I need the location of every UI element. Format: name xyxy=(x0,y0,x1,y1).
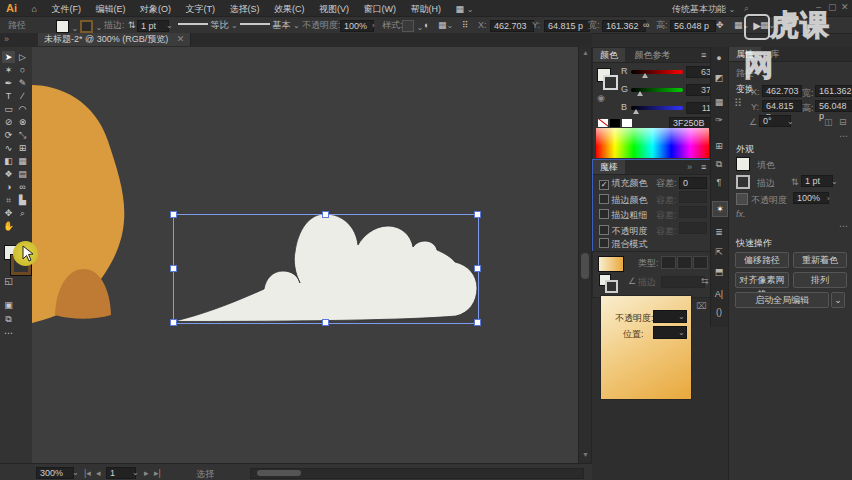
r-slider-thumb[interactable] xyxy=(642,73,648,78)
offset-path-button[interactable]: 偏移路径 xyxy=(735,252,789,268)
zoom-tool[interactable]: ⌕ xyxy=(16,207,29,219)
align-panel-icon[interactable]: ⊞ xyxy=(712,139,726,153)
pen-tool[interactable]: ✒ xyxy=(2,77,15,89)
selection-handle-e[interactable] xyxy=(474,265,481,272)
artboard-tool[interactable]: ✥ xyxy=(2,207,15,219)
shape-builder-tool[interactable]: ◧ xyxy=(2,155,15,167)
scroll-down-icon[interactable]: ▼ xyxy=(582,451,589,458)
constrain-proportions-icon[interactable]: ∞ xyxy=(643,20,649,31)
none-swatch[interactable] xyxy=(597,118,609,128)
stroke-width-field[interactable]: 1 pt xyxy=(137,20,169,32)
tab-color[interactable]: 颜色 xyxy=(593,48,625,62)
tab-magic-wand[interactable]: 魔棒 xyxy=(593,160,625,174)
color-panel-menu-icon[interactable]: ≡ xyxy=(701,48,706,62)
g-slider[interactable] xyxy=(631,88,683,92)
selection-tool[interactable]: ➤ xyxy=(2,51,15,63)
selection-handle-ne[interactable] xyxy=(474,211,481,218)
global-edit-button[interactable]: 启动全局编辑 xyxy=(735,292,829,308)
gradient-slider-card[interactable]: 不透明度: ⌄ 位置: ⌄ xyxy=(601,296,691,399)
home-icon[interactable]: ⌂ xyxy=(26,1,43,17)
color-wheel-icon[interactable]: ◉ xyxy=(597,93,605,103)
props-x-field[interactable]: 462.703 xyxy=(762,85,802,97)
mesh-tool[interactable]: ❖ xyxy=(2,168,15,180)
export-panel-icon[interactable]: ⇱ xyxy=(712,245,726,259)
paragraph-panel-icon[interactable]: ¶ xyxy=(712,175,726,189)
selection-handle-nw[interactable] xyxy=(170,211,177,218)
shaper-tool[interactable]: ⊘ xyxy=(2,116,15,128)
fx-icon[interactable]: fx. xyxy=(736,209,746,219)
freeform-gradient-icon[interactable] xyxy=(693,256,708,269)
selection-bounding-box[interactable] xyxy=(173,214,479,324)
opacity-chevron-icon[interactable]: › xyxy=(372,20,375,31)
layers-panel-icon[interactable]: ≣ xyxy=(712,225,726,239)
scroll-up-icon[interactable]: ▲ xyxy=(582,49,589,56)
canvas-horizontal-scrollbar[interactable] xyxy=(250,468,584,479)
color-panel-icon[interactable]: ● xyxy=(712,51,726,65)
zoom-chevron-icon[interactable]: ⌄ xyxy=(72,468,79,477)
selection-handle-n[interactable] xyxy=(322,211,329,218)
document-setup-icon[interactable]: ◐ xyxy=(424,20,429,31)
selection-handle-se[interactable] xyxy=(474,319,481,326)
perspective-grid-tool[interactable]: ▦ xyxy=(16,155,29,167)
props-stroke-stepper-icon[interactable]: ⇅ xyxy=(791,177,799,187)
isolate-options-icon[interactable]: ▦⌄ xyxy=(760,20,775,31)
horizontal-scroll-thumb[interactable] xyxy=(257,470,301,476)
x-field[interactable]: 462.703 xyxy=(490,20,534,32)
next-artboard-icon[interactable]: ▸ xyxy=(144,468,149,478)
style-swatch[interactable]: ⌄ xyxy=(402,20,423,31)
props-w-field[interactable]: 161.362 xyxy=(815,85,852,97)
color-guide-panel-icon[interactable]: ◩ xyxy=(712,71,726,85)
symbol-sprayer-tool[interactable]: ⌗ xyxy=(2,194,15,206)
magic-wand-panel-icon[interactable]: ✶ xyxy=(712,201,728,217)
stroke-weight-checkbox[interactable] xyxy=(599,209,609,219)
transform-more-icon[interactable]: ⋯ xyxy=(839,131,848,141)
flip-horizontal-icon[interactable]: ◫ xyxy=(824,117,833,127)
appearance-panel-icon[interactable]: () xyxy=(712,305,726,319)
gradient-reverse-icon[interactable]: ⇆ xyxy=(701,276,709,286)
free-transform-tool[interactable]: ⊞ xyxy=(16,142,29,154)
align-pixel-grid-button[interactable]: 对齐像素网格 xyxy=(735,272,789,288)
flip-vertical-icon[interactable]: ⊟ xyxy=(839,117,847,127)
gradient-tool[interactable]: ▤ xyxy=(16,168,29,180)
selection-handle-s[interactable] xyxy=(322,319,329,326)
stop-opacity-field[interactable]: ⌄ xyxy=(653,310,687,323)
r-slider[interactable] xyxy=(631,70,683,74)
curvature-tool[interactable]: ✎ xyxy=(16,77,29,89)
g-slider-thumb[interactable] xyxy=(637,91,643,96)
shape-options-icon[interactable]: ▦⌄ xyxy=(734,20,749,31)
color-spectrum[interactable] xyxy=(596,128,709,158)
workspace-switcher[interactable]: 传统基本功能 ⌄ xyxy=(672,3,735,16)
scale-tool[interactable]: ⤡ xyxy=(16,129,29,141)
brush-definition-dropdown[interactable]: 基本 ⌄ xyxy=(240,20,300,31)
radial-gradient-icon[interactable] xyxy=(677,256,692,269)
arc-tool[interactable]: ◠ xyxy=(16,103,29,115)
stop-position-field[interactable]: ⌄ xyxy=(653,326,687,339)
preferences-grid-icon[interactable]: ▦⌄ xyxy=(438,20,453,31)
stroke-width-chevron-icon[interactable]: ⌄ xyxy=(166,20,173,31)
width-tool[interactable]: ∿ xyxy=(2,142,15,154)
column-graph-tool[interactable]: ▙ xyxy=(16,194,29,206)
character-panel-icon[interactable]: A| xyxy=(712,287,726,301)
prev-artboard-icon[interactable]: ◂ xyxy=(96,468,101,478)
tab-properties[interactable]: 属性 xyxy=(729,47,761,61)
line-segment-tool[interactable]: ∕ xyxy=(16,90,29,102)
fill-color-checkbox[interactable]: ✓ xyxy=(599,180,609,190)
props-stroke-swatch[interactable] xyxy=(736,175,750,189)
screen-mode-icon[interactable]: ⧉ xyxy=(2,313,15,325)
panel-collapse-icon[interactable]: » xyxy=(4,34,9,44)
tab-libraries[interactable]: 库 xyxy=(764,47,787,61)
canvas[interactable] xyxy=(32,47,578,463)
props-y-field[interactable]: 64.815 p xyxy=(762,100,802,112)
b-slider-thumb[interactable] xyxy=(633,109,639,114)
eraser-tool[interactable]: ⊗ xyxy=(16,116,29,128)
stock-search-icon[interactable]: ⌕ xyxy=(744,3,749,14)
width-profile-dropdown[interactable]: 等比 ⌄ xyxy=(178,20,238,31)
direct-selection-tool[interactable]: ▷ xyxy=(16,51,29,63)
props-angle-chevron-icon[interactable]: ⌄ xyxy=(787,117,794,126)
black-swatch[interactable] xyxy=(609,118,621,128)
document-close-icon[interactable]: ✕ xyxy=(177,34,185,44)
vertical-scroll-thumb[interactable] xyxy=(581,253,589,279)
stroke-color-checkbox[interactable] xyxy=(599,194,609,204)
wand-collapse-icon[interactable]: » xyxy=(687,160,692,174)
delete-stop-icon[interactable]: ⌧ xyxy=(696,301,706,311)
